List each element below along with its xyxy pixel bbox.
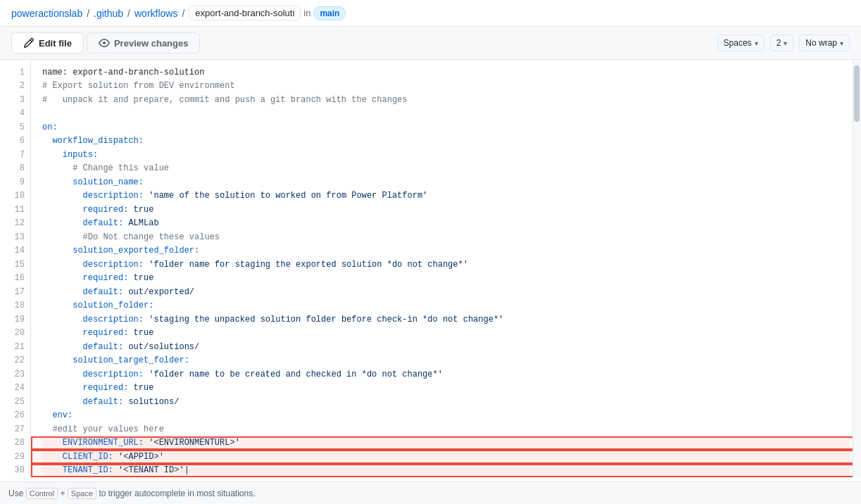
line-number: 19 [0, 313, 30, 327]
code-text: on: [42, 121, 58, 134]
preview-changes-tab[interactable]: Preview changes [87, 32, 201, 53]
line-number: 18 [0, 299, 30, 313]
line-number: 2 [0, 80, 30, 94]
line-number: 9 [0, 175, 30, 189]
code-line: TENANT_ID: '<TENANT ID>'| [42, 464, 850, 478]
code-line: required: true [42, 272, 850, 286]
code-line: description: 'name of the solution to wo… [42, 189, 850, 203]
wrap-select-wrapper[interactable]: No wrap ▾ [799, 34, 850, 51]
line-number: 15 [0, 258, 30, 272]
spaces-select-wrapper[interactable]: Spaces ▾ [717, 34, 765, 51]
code-line [42, 107, 850, 121]
indent-value: 2 [777, 38, 781, 48]
line-number: 22 [0, 354, 30, 368]
code-line: required: true [42, 327, 850, 341]
code-text: name: export-and-branch-solution [42, 66, 204, 79]
code-text: # Change this value [42, 162, 169, 175]
code-line: default: solutions/ [42, 395, 850, 409]
edit-icon [23, 37, 34, 49]
breadcrumb-sep2: / [127, 8, 130, 19]
line-number: 28 [0, 436, 30, 451]
spaces-label: Spaces [724, 38, 752, 48]
line-number: 17 [0, 285, 30, 299]
line-number: 5 [0, 120, 30, 134]
code-line: inputs: [42, 148, 850, 162]
code-line: description: 'staging the unpacked solut… [42, 313, 850, 327]
line-number: 26 [0, 409, 30, 423]
line-number: 30 [0, 464, 30, 478]
line-number: 29 [0, 450, 30, 464]
code-line: #Do Not change these values [42, 230, 850, 244]
line-number: 4 [0, 107, 30, 121]
code-line: solution_folder: [42, 299, 850, 313]
editor-body: 1234567891011121314151617181920212223242… [0, 60, 861, 478]
edit-file-tab[interactable]: Edit file [11, 32, 84, 53]
code-line: solution_name: [42, 175, 850, 189]
breadcrumb-sep1: / [87, 8, 89, 19]
line-number: 8 [0, 162, 30, 176]
line-number: 27 [0, 422, 30, 436]
code-line: # Export solution from DEV environment [42, 80, 850, 94]
code-text: # unpack it and prepare, commit and push… [42, 94, 407, 106]
line-number: 21 [0, 340, 30, 354]
line-numbers: 1234567891011121314151617181920212223242… [0, 60, 31, 478]
line-number: 3 [0, 93, 30, 107]
code-text: #edit your values here [42, 423, 164, 436]
code-text: solution_exported_folder: [42, 244, 199, 257]
code-line: description: 'folder name for staging th… [42, 258, 850, 272]
line-number: 1 [0, 65, 30, 80]
line-number: 25 [0, 395, 30, 409]
editor-container: 1234567891011121314151617181920212223242… [0, 60, 861, 478]
code-text: workflow_dispatch: [42, 134, 144, 147]
scrollbar-thumb[interactable] [854, 65, 860, 122]
line-number: 12 [0, 217, 30, 231]
breadcrumb-folder1[interactable]: .github [94, 8, 123, 19]
code-line: solution_exported_folder: [42, 244, 850, 258]
scrollbar-track[interactable] [853, 60, 861, 478]
indent-select-wrapper[interactable]: 2 ▾ [770, 34, 794, 51]
toolbar: Edit file Preview changes Spaces ▾ 2 ▾ N… [0, 27, 861, 60]
preview-label: Preview changes [114, 38, 189, 49]
line-number: 23 [0, 367, 30, 382]
code-line: default: out/solutions/ [42, 340, 850, 354]
code-line: solution_target_folder: [42, 354, 850, 368]
code-line: #edit your values here [42, 422, 850, 436]
code-text: env: [42, 409, 73, 422]
line-number: 16 [0, 272, 30, 286]
code-line: # unpack it and prepare, commit and push… [42, 93, 850, 107]
code-area[interactable]: name: export-and-branch-solution# Export… [31, 60, 861, 478]
code-line: name: export-and-branch-solution [42, 65, 850, 80]
indent-chevron: ▾ [784, 39, 787, 47]
breadcrumb-file: export-and-branch-soluti [189, 6, 301, 20]
code-text: #Do Not change these values [42, 231, 220, 244]
code-line: ENVIRONMENT_URL: '<ENVIRONMENTURL>' [42, 436, 850, 451]
code-line: CLIENT_ID: '<APPID>' [42, 450, 850, 464]
line-number: 20 [0, 327, 30, 341]
code-line: on: [42, 120, 850, 134]
line-number: 11 [0, 203, 30, 217]
wrap-chevron: ▾ [840, 39, 843, 47]
spaces-chevron: ▾ [755, 39, 758, 47]
code-line: default: out/exported/ [42, 285, 850, 299]
line-number: 13 [0, 230, 30, 244]
line-number: 10 [0, 189, 30, 203]
breadcrumb-branch: main [313, 6, 346, 20]
line-number: 31 [0, 477, 30, 478]
line-number: 6 [0, 134, 30, 149]
toolbar-tabs: Edit file Preview changes [11, 32, 717, 53]
breadcrumb: poweractionslab / .github / workflows / … [0, 0, 861, 27]
code-line: workflow_dispatch: [42, 134, 850, 149]
code-line: # Change this value [42, 162, 850, 176]
code-text: solution_name: [42, 176, 144, 189]
code-text: solution_folder: [42, 299, 153, 312]
line-number: 7 [0, 148, 30, 162]
code-line: required: true [42, 382, 850, 396]
code-text: # Export solution from DEV environment [42, 80, 235, 92]
code-line: default: ALMLab [42, 217, 850, 231]
code-line: env: [42, 409, 850, 423]
breadcrumb-folder2[interactable]: workflows [134, 8, 177, 19]
code-text: solution_target_folder: [42, 354, 189, 367]
breadcrumb-repo[interactable]: poweractionslab [11, 8, 82, 19]
code-line [42, 477, 850, 478]
code-line: description: 'folder name to be created … [42, 367, 850, 382]
